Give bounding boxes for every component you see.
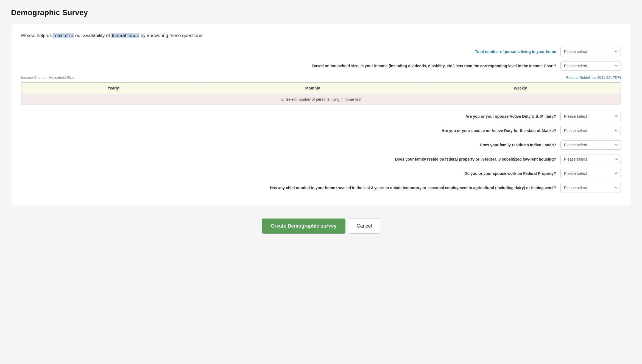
intro-text-before: Please help us <box>21 33 53 38</box>
alaska-select[interactable]: Please select Yes No <box>560 126 621 135</box>
income-table-header-weekly: Weekly <box>420 82 621 94</box>
income-chart-label: Income Chart for Household Size <box>21 75 74 80</box>
federal-guidelines-link[interactable]: Federal Guidelines 2021-22 (PDF) <box>566 75 621 80</box>
income-table-warning-cell: ⚠Select number of persons living in home… <box>21 94 621 105</box>
federal-property-work-label: Do you or your spouse work on Federal Pr… <box>21 171 556 176</box>
survey-card: Please help us maximize our availability… <box>11 24 631 206</box>
intro-text: Please help us maximize our availability… <box>21 32 621 39</box>
federal-property-reside-label: Does your family reside on federal prope… <box>21 157 556 161</box>
intro-highlight1: maximize <box>53 33 74 38</box>
income-chart-header: Income Chart for Household Size Federal … <box>21 75 621 80</box>
federal-property-work-select[interactable]: Please select Yes No <box>560 169 621 178</box>
intro-highlight2: federal funds <box>111 33 139 38</box>
federal-property-work-row: Do you or your spouse work on Federal Pr… <box>21 169 621 178</box>
alaska-label: Are you or your spouse on Active Duty fo… <box>21 128 556 133</box>
income-table-warning-row: ⚠Select number of persons living in home… <box>21 94 621 105</box>
migrant-select[interactable]: Please select Yes No <box>560 183 621 192</box>
income-question-label: Based on household size, is your income … <box>21 64 556 68</box>
income-question-row: Based on household size, is your income … <box>21 61 621 71</box>
intro-text-after: by answering these questions: <box>139 33 203 38</box>
military-row: Are you or your spouse Active Duty U.S. … <box>21 112 621 121</box>
military-select[interactable]: Please select Yes No <box>560 112 621 121</box>
intro-text-between: our availability of <box>74 33 111 38</box>
total-persons-label: Total number of persons living in your h… <box>21 49 556 54</box>
alaska-row: Are you or your spouse on Active Duty fo… <box>21 126 621 135</box>
total-persons-select[interactable]: Please select 1 2 3 4 5 6+ <box>560 47 621 56</box>
income-table-header-row: Yearly Monthly Weekly <box>21 82 621 94</box>
federal-property-reside-select[interactable]: Please select Yes No <box>560 155 621 164</box>
indian-lands-row: Does your family reside on Indian Lands?… <box>21 140 621 150</box>
income-table-warning-message: Select number of persons living in home … <box>286 97 361 102</box>
indian-lands-label: Does your family reside on Indian Lands? <box>21 143 556 147</box>
income-table-header-monthly: Monthly <box>205 82 420 94</box>
indian-lands-select[interactable]: Please select Yes No <box>560 140 621 150</box>
income-question-select[interactable]: Please select Yes No <box>560 61 621 71</box>
create-survey-button[interactable]: Create Demographic survey <box>262 219 345 234</box>
military-label: Are you or your spouse Active Duty U.S. … <box>21 114 556 119</box>
income-table: Yearly Monthly Weekly ⚠Select number of … <box>21 82 621 105</box>
income-table-header-yearly: Yearly <box>21 82 205 94</box>
footer-actions: Create Demographic survey Cancel <box>11 214 631 236</box>
cancel-button[interactable]: Cancel <box>349 219 380 234</box>
migrant-label: Has any child or adult in your home trav… <box>21 186 556 190</box>
page-title: Demographic Survey <box>11 8 631 17</box>
migrant-row: Has any child or adult in your home trav… <box>21 183 621 192</box>
federal-property-reside-row: Does your family reside on federal prope… <box>21 155 621 164</box>
warning-icon: ⚠ <box>281 97 284 102</box>
total-persons-row: Total number of persons living in your h… <box>21 47 621 56</box>
